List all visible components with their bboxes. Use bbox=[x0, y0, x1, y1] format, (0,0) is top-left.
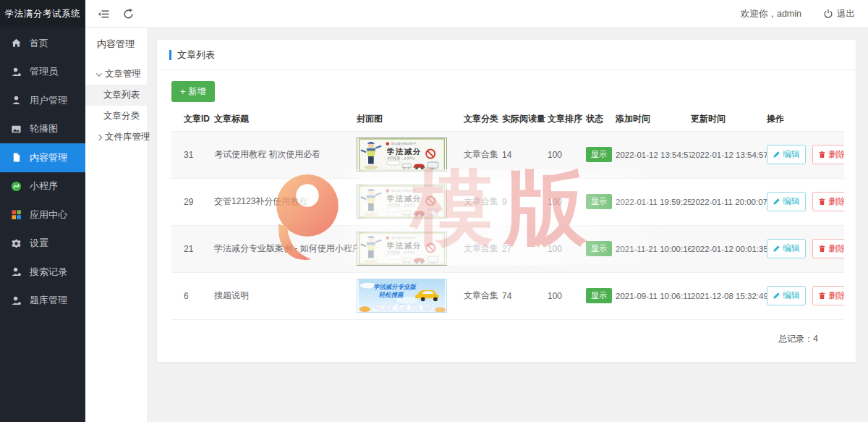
sidebar-nav: 首页 管理员 用户管理 轮播图 内容管理 小程序 bbox=[0, 28, 85, 315]
sidebar-item-label: 小程序 bbox=[30, 180, 58, 193]
submenu-group-file-library[interactable]: 文件库管理 bbox=[85, 127, 147, 148]
welcome-text: 欢迎你，admin bbox=[741, 8, 801, 20]
sidebar-item-label: 设置 bbox=[30, 237, 48, 250]
pencil-icon bbox=[773, 292, 780, 300]
column-header: 文章排序 bbox=[548, 112, 586, 131]
svg-text:学法减分神器助手: 学法减分神器助手 bbox=[391, 236, 417, 240]
sidebar-item-label: 应用中心 bbox=[30, 208, 67, 221]
cell-category: 文章合集 bbox=[464, 272, 502, 319]
svg-text:学法减分神器助手: 学法减分神器助手 bbox=[391, 189, 417, 193]
cell-read-count: 14 bbox=[502, 131, 548, 178]
sidebar-item-app-center[interactable]: 应用中心 bbox=[0, 201, 85, 229]
sidebar-item-miniprogram[interactable]: 小程序 bbox=[0, 172, 85, 201]
svg-text:拍照搜题，必加6分: 拍照搜题，必加6分 bbox=[387, 203, 416, 208]
content-icon bbox=[11, 152, 22, 163]
delete-button[interactable]: 删除 bbox=[812, 192, 844, 211]
trash-icon bbox=[818, 292, 826, 300]
edit-button[interactable]: 编辑 bbox=[767, 192, 806, 211]
cell-cover: 学法减分神器助手 学法减分 拍照搜题，必加6分 bbox=[357, 225, 464, 272]
logout-button[interactable]: 退出 bbox=[823, 8, 855, 20]
sidebar-item-admins[interactable]: 管理员 bbox=[0, 58, 85, 87]
sidebar-item-label: 首页 bbox=[30, 37, 48, 50]
edit-button[interactable]: 编辑 bbox=[767, 145, 806, 164]
cover-image: 学法减分神器助手 学法减分 拍照搜题，必加6分 bbox=[357, 138, 447, 172]
svg-text:让你的驾照满分复活: 让你的驾照满分复活 bbox=[372, 304, 431, 311]
cover-image: 学法减分神器助手 学法减分 拍照搜题，必加6分 bbox=[357, 185, 447, 219]
delete-button[interactable]: 删除 bbox=[812, 145, 844, 164]
column-header: 文章分类 bbox=[464, 112, 502, 131]
trash-icon bbox=[818, 151, 826, 159]
sidebar-item-content[interactable]: 内容管理 bbox=[0, 143, 85, 172]
submenu-header: 内容管理 bbox=[85, 28, 147, 59]
svg-text:轻松搜题: 轻松搜题 bbox=[379, 291, 404, 298]
cover-image: 学法减分神器助手 学法减分 拍照搜题，必加6分 bbox=[357, 232, 447, 266]
sidebar: 学法满分考试系统 首页 管理员 用户管理 轮播图 内容管理 小程序 bbox=[0, 0, 85, 422]
cell-sort-order: 100 bbox=[548, 272, 586, 319]
trash-icon bbox=[818, 245, 826, 253]
table-row: 29 交管12123补分使用教程 学法减分神器助手 学法减分 拍照搜题，必加6分… bbox=[171, 178, 844, 225]
add-article-button[interactable]: + 新增 bbox=[171, 81, 215, 102]
column-header: 实际阅读量 bbox=[502, 112, 548, 131]
delete-button[interactable]: 删除 bbox=[812, 286, 844, 305]
question-bank-icon bbox=[11, 295, 22, 306]
column-header: 封面图 bbox=[357, 112, 464, 131]
carousel-icon bbox=[11, 124, 22, 135]
column-header: 状态 bbox=[586, 112, 616, 131]
search-records-icon bbox=[11, 266, 22, 277]
edit-button[interactable]: 编辑 bbox=[767, 286, 806, 305]
svg-text:学法减分: 学法减分 bbox=[386, 147, 422, 156]
pencil-icon bbox=[773, 198, 780, 206]
sidebar-item-label: 内容管理 bbox=[30, 151, 67, 164]
cell-article-title: 交管12123补分使用教程 bbox=[214, 178, 357, 225]
miniprogram-icon bbox=[11, 181, 22, 192]
column-header: 操作 bbox=[767, 112, 844, 131]
card-title-row: 文章列表 bbox=[157, 40, 856, 70]
article-table: 文章ID文章标题封面图文章分类实际阅读量文章排序状态添加时间更新时间操作 31 … bbox=[171, 112, 844, 320]
cell-read-count: 27 bbox=[502, 225, 548, 272]
cell-status: 显示 bbox=[586, 272, 616, 319]
cell-added-time: 2022-01-11 19:59:25 bbox=[616, 178, 691, 225]
app-logo: 学法满分考试系统 bbox=[0, 0, 85, 28]
cell-operations: 编辑 删除 bbox=[767, 131, 844, 178]
edit-button[interactable]: 编辑 bbox=[767, 239, 806, 258]
refresh-icon[interactable] bbox=[122, 8, 135, 20]
settings-gear-icon bbox=[11, 238, 22, 249]
sidebar-item-settings[interactable]: 设置 bbox=[0, 229, 85, 258]
submenu-item-article-category[interactable]: 文章分类 bbox=[85, 106, 147, 127]
column-header: 文章标题 bbox=[214, 112, 357, 131]
cell-cover: 学法减分神器助手 学法减分 拍照搜题，必加6分 bbox=[357, 131, 464, 178]
sidebar-item-question-bank[interactable]: 题库管理 bbox=[0, 287, 85, 316]
cell-operations: 编辑 删除 bbox=[767, 178, 844, 225]
collapse-menu-icon[interactable] bbox=[98, 8, 110, 20]
sidebar-item-label: 题库管理 bbox=[30, 294, 67, 307]
chevron-down-icon bbox=[96, 70, 102, 76]
cell-added-time: 2021-11-21 10:00:16 bbox=[616, 225, 691, 272]
cell-status: 显示 bbox=[586, 225, 616, 272]
sidebar-item-carousel[interactable]: 轮播图 bbox=[0, 115, 85, 144]
cell-category: 文章合集 bbox=[464, 131, 502, 178]
sidebar-item-home[interactable]: 首页 bbox=[0, 29, 85, 58]
sidebar-item-search-records[interactable]: 搜索记录 bbox=[0, 258, 85, 287]
cell-article-title: 考试使用教程 初次使用必看 bbox=[214, 131, 357, 178]
svg-text:学法减分: 学法减分 bbox=[386, 241, 422, 250]
cell-article-id: 31 bbox=[171, 131, 214, 178]
cell-operations: 编辑 删除 bbox=[767, 225, 844, 272]
users-icon bbox=[11, 95, 22, 106]
svg-text:学法减分专业版: 学法减分专业版 bbox=[373, 283, 417, 290]
delete-button[interactable]: 删除 bbox=[812, 239, 844, 258]
submenu-item-article-list[interactable]: 文章列表 bbox=[85, 85, 147, 106]
topbar-right: 欢迎你，admin 退出 bbox=[741, 8, 868, 20]
sidebar-item-label: 轮播图 bbox=[30, 122, 58, 135]
table-header-row: 文章ID文章标题封面图文章分类实际阅读量文章排序状态添加时间更新时间操作 bbox=[171, 112, 844, 131]
admin-icon bbox=[11, 67, 22, 77]
pencil-icon bbox=[773, 245, 780, 253]
logout-label: 退出 bbox=[837, 8, 855, 20]
sidebar-item-label: 搜索记录 bbox=[30, 266, 67, 279]
submenu-group-articles[interactable]: 文章管理 bbox=[85, 64, 147, 85]
cell-status: 显示 bbox=[586, 178, 616, 225]
table-row: 21 学法减分专业版案例 - 如何使用小程序? 学法减分神器助手 学法减分 拍照… bbox=[171, 225, 844, 272]
sidebar-item-users[interactable]: 用户管理 bbox=[0, 86, 85, 115]
article-list-card: 文章列表 + 新增 文章ID文章标题封面图文章分类实际阅读量文章排序状态添加时间… bbox=[157, 40, 856, 362]
status-badge: 显示 bbox=[586, 147, 612, 162]
topbar: 欢迎你，admin 退出 bbox=[85, 0, 868, 28]
